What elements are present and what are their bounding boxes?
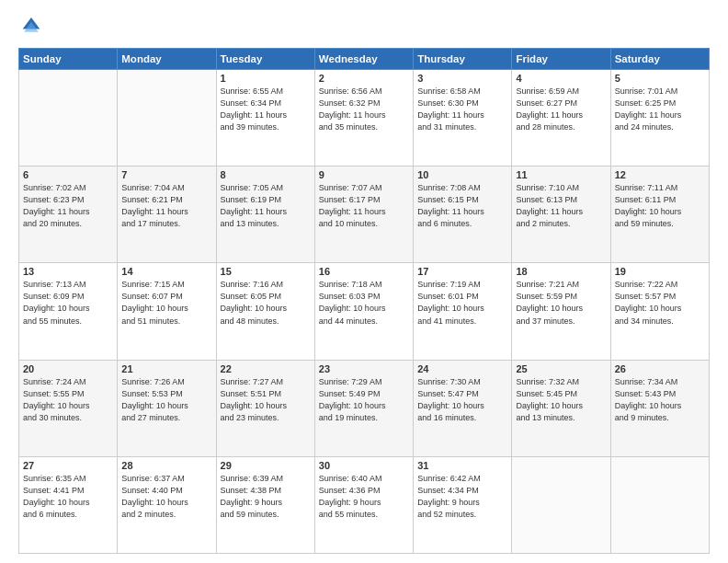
- day-info: Sunrise: 7:08 AM Sunset: 6:15 PM Dayligh…: [417, 182, 507, 230]
- calendar-week-3: 13Sunrise: 7:13 AM Sunset: 6:09 PM Dayli…: [19, 263, 710, 360]
- day-number: 6: [23, 169, 113, 180]
- day-number: 22: [221, 363, 311, 374]
- day-info: Sunrise: 6:58 AM Sunset: 6:30 PM Dayligh…: [417, 86, 507, 133]
- day-number: 3: [417, 73, 507, 84]
- calendar-cell: 1Sunrise: 6:55 AM Sunset: 6:34 PM Daylig…: [216, 70, 314, 167]
- calendar-cell: 31Sunrise: 6:42 AM Sunset: 4:34 PM Dayli…: [414, 456, 512, 553]
- day-number: 31: [417, 460, 507, 471]
- day-info: Sunrise: 6:55 AM Sunset: 6:34 PM Dayligh…: [221, 86, 311, 133]
- logo: [18, 15, 48, 40]
- day-number: 9: [319, 169, 409, 180]
- day-info: Sunrise: 7:05 AM Sunset: 6:19 PM Dayligh…: [221, 182, 311, 230]
- day-number: 13: [23, 266, 113, 277]
- day-info: Sunrise: 6:39 AM Sunset: 4:38 PM Dayligh…: [221, 473, 311, 521]
- day-number: 11: [516, 169, 606, 180]
- calendar-cell: 22Sunrise: 7:27 AM Sunset: 5:51 PM Dayli…: [216, 360, 314, 456]
- calendar-cell: 15Sunrise: 7:16 AM Sunset: 6:05 PM Dayli…: [216, 263, 314, 360]
- calendar-cell: 19Sunrise: 7:22 AM Sunset: 5:57 PM Dayli…: [610, 263, 709, 360]
- day-info: Sunrise: 6:59 AM Sunset: 6:27 PM Dayligh…: [516, 86, 606, 133]
- weekday-header-monday: Monday: [118, 49, 216, 70]
- day-number: 27: [23, 460, 113, 471]
- day-number: 25: [516, 363, 606, 374]
- calendar-cell: 7Sunrise: 7:04 AM Sunset: 6:21 PM Daylig…: [118, 167, 216, 263]
- calendar-cell: 13Sunrise: 7:13 AM Sunset: 6:09 PM Dayli…: [19, 263, 118, 360]
- calendar-table: SundayMondayTuesdayWednesdayThursdayFrid…: [18, 48, 710, 554]
- day-number: 24: [417, 363, 507, 374]
- calendar-cell: 26Sunrise: 7:34 AM Sunset: 5:43 PM Dayli…: [610, 360, 709, 456]
- day-info: Sunrise: 7:27 AM Sunset: 5:51 PM Dayligh…: [221, 376, 311, 424]
- day-number: 8: [221, 169, 311, 180]
- calendar-cell: 29Sunrise: 6:39 AM Sunset: 4:38 PM Dayli…: [216, 456, 314, 553]
- day-number: 26: [615, 363, 705, 374]
- weekday-header-tuesday: Tuesday: [216, 49, 314, 70]
- day-number: 28: [121, 460, 211, 471]
- calendar-week-2: 6Sunrise: 7:02 AM Sunset: 6:23 PM Daylig…: [19, 167, 710, 263]
- calendar-cell: [19, 70, 118, 167]
- weekday-header-friday: Friday: [512, 49, 610, 70]
- calendar-cell: 17Sunrise: 7:19 AM Sunset: 6:01 PM Dayli…: [414, 263, 512, 360]
- weekday-header-wednesday: Wednesday: [314, 49, 413, 70]
- day-number: 4: [516, 73, 606, 84]
- calendar-cell: 11Sunrise: 7:10 AM Sunset: 6:13 PM Dayli…: [512, 167, 610, 263]
- header: [18, 15, 710, 40]
- day-info: Sunrise: 6:37 AM Sunset: 4:40 PM Dayligh…: [121, 473, 211, 521]
- day-info: Sunrise: 7:13 AM Sunset: 6:09 PM Dayligh…: [23, 279, 113, 327]
- day-info: Sunrise: 6:40 AM Sunset: 4:36 PM Dayligh…: [319, 473, 409, 521]
- calendar-cell: 24Sunrise: 7:30 AM Sunset: 5:47 PM Dayli…: [414, 360, 512, 456]
- day-info: Sunrise: 7:34 AM Sunset: 5:43 PM Dayligh…: [615, 376, 705, 424]
- calendar-cell: 4Sunrise: 6:59 AM Sunset: 6:27 PM Daylig…: [512, 70, 610, 167]
- day-info: Sunrise: 7:15 AM Sunset: 6:07 PM Dayligh…: [121, 279, 211, 327]
- day-info: Sunrise: 7:18 AM Sunset: 6:03 PM Dayligh…: [319, 279, 409, 327]
- day-number: 20: [23, 363, 113, 374]
- calendar-cell: 25Sunrise: 7:32 AM Sunset: 5:45 PM Dayli…: [512, 360, 610, 456]
- calendar-cell: [610, 456, 709, 553]
- calendar-cell: 5Sunrise: 7:01 AM Sunset: 6:25 PM Daylig…: [610, 70, 709, 167]
- day-number: 30: [319, 460, 409, 471]
- day-number: 17: [417, 266, 507, 277]
- day-info: Sunrise: 6:56 AM Sunset: 6:32 PM Dayligh…: [319, 86, 409, 133]
- calendar-cell: 6Sunrise: 7:02 AM Sunset: 6:23 PM Daylig…: [19, 167, 118, 263]
- day-number: 1: [221, 73, 311, 84]
- weekday-header-sunday: Sunday: [19, 49, 118, 70]
- day-info: Sunrise: 7:30 AM Sunset: 5:47 PM Dayligh…: [417, 376, 507, 424]
- day-number: 29: [221, 460, 311, 471]
- calendar-cell: 9Sunrise: 7:07 AM Sunset: 6:17 PM Daylig…: [314, 167, 413, 263]
- calendar-week-5: 27Sunrise: 6:35 AM Sunset: 4:41 PM Dayli…: [19, 456, 710, 553]
- weekday-header-saturday: Saturday: [610, 49, 709, 70]
- calendar-cell: 3Sunrise: 6:58 AM Sunset: 6:30 PM Daylig…: [414, 70, 512, 167]
- weekday-header-thursday: Thursday: [414, 49, 512, 70]
- calendar-cell: 8Sunrise: 7:05 AM Sunset: 6:19 PM Daylig…: [216, 167, 314, 263]
- calendar-cell: [118, 70, 216, 167]
- calendar-week-4: 20Sunrise: 7:24 AM Sunset: 5:55 PM Dayli…: [19, 360, 710, 456]
- day-info: Sunrise: 7:22 AM Sunset: 5:57 PM Dayligh…: [615, 279, 705, 327]
- day-info: Sunrise: 7:07 AM Sunset: 6:17 PM Dayligh…: [319, 182, 409, 230]
- calendar-cell: 18Sunrise: 7:21 AM Sunset: 5:59 PM Dayli…: [512, 263, 610, 360]
- day-number: 23: [319, 363, 409, 374]
- day-info: Sunrise: 7:26 AM Sunset: 5:53 PM Dayligh…: [121, 376, 211, 424]
- calendar-cell: 2Sunrise: 6:56 AM Sunset: 6:32 PM Daylig…: [314, 70, 413, 167]
- calendar-cell: 23Sunrise: 7:29 AM Sunset: 5:49 PM Dayli…: [314, 360, 413, 456]
- day-info: Sunrise: 7:21 AM Sunset: 5:59 PM Dayligh…: [516, 279, 606, 327]
- day-info: Sunrise: 7:29 AM Sunset: 5:49 PM Dayligh…: [319, 376, 409, 424]
- calendar-cell: 20Sunrise: 7:24 AM Sunset: 5:55 PM Dayli…: [19, 360, 118, 456]
- logo-icon: [18, 15, 44, 40]
- calendar-cell: 28Sunrise: 6:37 AM Sunset: 4:40 PM Dayli…: [118, 456, 216, 553]
- day-number: 2: [319, 73, 409, 84]
- calendar-cell: 10Sunrise: 7:08 AM Sunset: 6:15 PM Dayli…: [414, 167, 512, 263]
- day-info: Sunrise: 7:16 AM Sunset: 6:05 PM Dayligh…: [221, 279, 311, 327]
- calendar-week-1: 1Sunrise: 6:55 AM Sunset: 6:34 PM Daylig…: [19, 70, 710, 167]
- day-info: Sunrise: 7:24 AM Sunset: 5:55 PM Dayligh…: [23, 376, 113, 424]
- calendar-cell: 12Sunrise: 7:11 AM Sunset: 6:11 PM Dayli…: [610, 167, 709, 263]
- day-number: 18: [516, 266, 606, 277]
- page: SundayMondayTuesdayWednesdayThursdayFrid…: [0, 0, 728, 563]
- day-info: Sunrise: 6:42 AM Sunset: 4:34 PM Dayligh…: [417, 473, 507, 521]
- calendar-cell: 21Sunrise: 7:26 AM Sunset: 5:53 PM Dayli…: [118, 360, 216, 456]
- calendar-cell: 14Sunrise: 7:15 AM Sunset: 6:07 PM Dayli…: [118, 263, 216, 360]
- day-info: Sunrise: 7:01 AM Sunset: 6:25 PM Dayligh…: [615, 86, 705, 133]
- day-info: Sunrise: 7:19 AM Sunset: 6:01 PM Dayligh…: [417, 279, 507, 327]
- calendar-cell: 16Sunrise: 7:18 AM Sunset: 6:03 PM Dayli…: [314, 263, 413, 360]
- calendar-cell: 30Sunrise: 6:40 AM Sunset: 4:36 PM Dayli…: [314, 456, 413, 553]
- day-info: Sunrise: 7:02 AM Sunset: 6:23 PM Dayligh…: [23, 182, 113, 230]
- day-info: Sunrise: 7:04 AM Sunset: 6:21 PM Dayligh…: [121, 182, 211, 230]
- weekday-header-row: SundayMondayTuesdayWednesdayThursdayFrid…: [19, 49, 710, 70]
